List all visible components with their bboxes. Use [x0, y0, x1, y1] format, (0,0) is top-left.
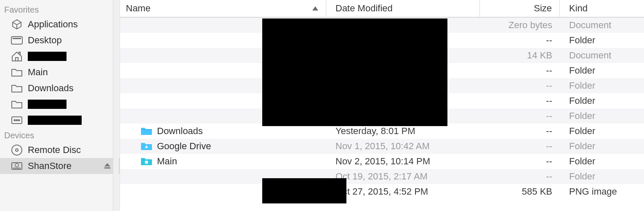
cell-size: -- — [480, 141, 560, 152]
cell-date: Nov 2, 2015, 10:14 PM — [326, 156, 480, 167]
cell-size: 14 KB — [480, 50, 560, 61]
sidebar-item-downloads[interactable]: Downloads — [0, 80, 120, 96]
sidebar-item-label: Downloads — [28, 83, 74, 94]
folder-icon — [140, 141, 153, 151]
cell-date: Yesterday, 8:01 PM — [326, 126, 480, 137]
cell-kind: Folder — [560, 80, 644, 91]
file-name: Downloads — [157, 126, 203, 137]
cell-kind: Folder — [560, 35, 644, 46]
cell-size: -- — [480, 111, 560, 121]
desktop-icon — [9, 34, 24, 46]
column-header-size[interactable]: Size — [480, 0, 560, 17]
applications-icon — [9, 18, 24, 30]
sidebar-item-label: Desktop — [28, 35, 62, 46]
sidebar-item-label: Applications — [28, 19, 78, 30]
svg-rect-1 — [13, 38, 21, 39]
column-kind-label: Kind — [569, 3, 588, 14]
finder-window: FavoritesApplicationsDesktopMainDownload… — [0, 0, 644, 211]
cell-kind: Folder — [560, 171, 644, 182]
sidebar-section-title: Devices — [0, 128, 120, 142]
shared-icon — [9, 114, 24, 126]
file-row[interactable]: Oct 19, 2015, 2:17 AM--Folder — [120, 169, 644, 184]
cell-size: -- — [480, 156, 560, 167]
sidebar-item-shanstore[interactable]: ShanStore — [0, 158, 120, 174]
sidebar-item-redacted[interactable] — [0, 112, 120, 128]
cell-kind: Folder — [560, 65, 644, 76]
sidebar-item-applications[interactable]: Applications — [0, 16, 120, 32]
redacted-label — [28, 52, 67, 61]
sidebar-item-desktop[interactable]: Desktop — [0, 32, 120, 48]
cell-size: -- — [480, 95, 560, 106]
cell-size: -- — [480, 65, 560, 76]
svg-rect-12 — [104, 167, 110, 169]
file-row[interactable]: MainNov 2, 2015, 10:14 PM--Folder — [120, 154, 644, 169]
sidebar-item-label: ShanStore — [28, 161, 72, 171]
svg-point-13 — [145, 161, 148, 164]
folder-icon — [140, 126, 153, 136]
folder-icon — [140, 156, 153, 166]
sidebar-item-label: Remote Disc — [28, 145, 81, 156]
svg-rect-0 — [11, 37, 22, 44]
cell-size: -- — [480, 35, 560, 46]
column-header-kind[interactable]: Kind — [560, 0, 644, 17]
redacted-label — [28, 116, 82, 125]
cell-date: Oct 19, 2015, 2:17 AM — [326, 171, 480, 182]
column-headers: Name Date Modified Size Kind — [120, 0, 644, 18]
folder-icon — [9, 98, 24, 110]
file-list: Name Date Modified Size Kind Jun 17, 201… — [120, 0, 644, 211]
cell-date: Oct 27, 2015, 4:52 PM — [326, 186, 480, 197]
svg-point-10 — [15, 164, 19, 167]
redacted-block — [262, 178, 346, 203]
sidebar-item-main[interactable]: Main — [0, 64, 120, 80]
cell-name: Google Drive — [120, 141, 326, 152]
column-header-name[interactable]: Name — [120, 0, 326, 17]
svg-rect-2 — [16, 58, 18, 61]
sidebar-section-title: Favorites — [0, 3, 120, 16]
sidebar-item-redacted[interactable] — [0, 48, 120, 64]
cell-kind: Folder — [560, 156, 644, 167]
file-name: Main — [157, 156, 177, 167]
file-row[interactable]: Oct 27, 2015, 4:52 PM585 KBPNG image — [120, 184, 644, 199]
sidebar-scrollbar[interactable] — [113, 0, 119, 211]
cell-kind: Folder — [560, 95, 644, 106]
column-date-label: Date Modified — [335, 3, 393, 14]
disc-icon — [9, 144, 24, 156]
cell-kind: Folder — [560, 111, 644, 121]
redacted-label — [28, 100, 67, 109]
svg-point-8 — [16, 149, 18, 151]
home-icon — [9, 50, 24, 62]
redacted-block — [262, 18, 447, 126]
cell-name: Main — [120, 156, 326, 167]
cell-kind: Folder — [560, 141, 644, 152]
cell-date: Nov 1, 2015, 10:42 AM — [326, 141, 480, 152]
svg-rect-11 — [13, 168, 21, 169]
sort-ascending-icon — [312, 6, 318, 11]
svg-point-7 — [12, 145, 22, 155]
file-name: Google Drive — [157, 141, 211, 152]
column-header-date[interactable]: Date Modified — [326, 0, 480, 17]
sidebar: FavoritesApplicationsDesktopMainDownload… — [0, 0, 120, 211]
sidebar-item-label: Main — [28, 67, 48, 78]
cell-kind: Folder — [560, 126, 644, 137]
cell-size: -- — [480, 80, 560, 91]
cell-kind: Document — [560, 50, 644, 61]
sidebar-item-redacted[interactable] — [0, 96, 120, 112]
drive-icon — [9, 160, 24, 172]
cell-size: Zero bytes — [480, 20, 560, 31]
cell-size: -- — [480, 171, 560, 182]
cell-size: 585 KB — [480, 186, 560, 197]
cell-size: -- — [480, 126, 560, 137]
eject-icon[interactable] — [104, 162, 111, 170]
cell-kind: PNG image — [560, 186, 644, 197]
folder-icon — [9, 82, 24, 94]
cell-name: Downloads — [120, 126, 326, 137]
file-row[interactable]: Google DriveNov 1, 2015, 10:42 AM--Folde… — [120, 139, 644, 154]
svg-point-6 — [18, 119, 20, 121]
column-name-label: Name — [126, 3, 151, 14]
svg-point-5 — [16, 119, 18, 121]
svg-point-4 — [14, 119, 16, 121]
sidebar-item-remote-disc[interactable]: Remote Disc — [0, 142, 120, 158]
folder-icon — [9, 66, 24, 78]
cell-kind: Document — [560, 20, 644, 31]
column-size-label: Size — [534, 3, 552, 14]
